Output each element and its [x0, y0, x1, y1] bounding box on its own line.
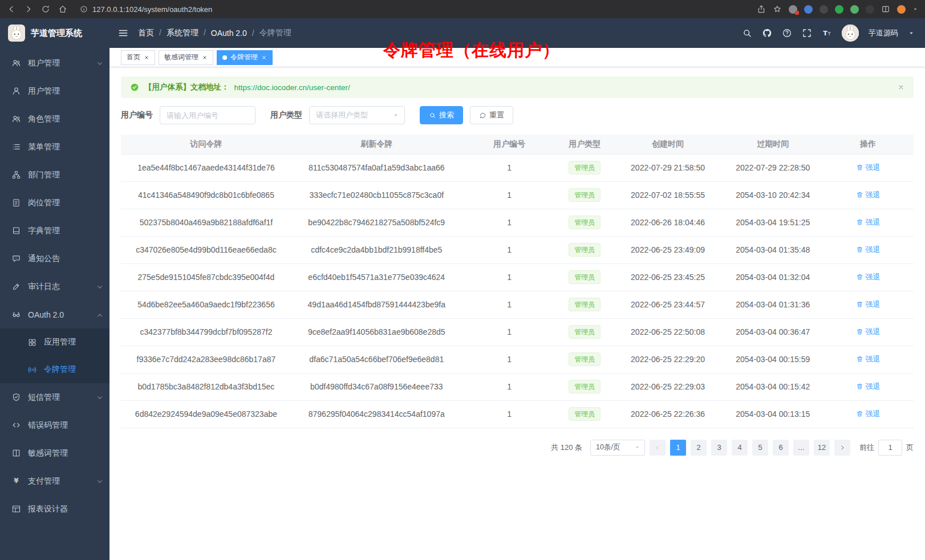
user-type-select[interactable]: 请选择用户类型	[309, 106, 405, 124]
page-button[interactable]: 12	[814, 440, 830, 456]
tree-icon	[11, 170, 21, 180]
page-button[interactable]: 3	[711, 440, 727, 456]
search-button[interactable]: 搜索	[420, 106, 463, 124]
sidebar-item[interactable]: 敏感词管理	[0, 439, 109, 467]
sidebar-toggle-icon[interactable]	[117, 27, 129, 39]
extension-icon[interactable]	[789, 5, 797, 14]
tab-label: 敏感词管理	[164, 52, 198, 62]
split-view-icon[interactable]	[881, 5, 890, 14]
user-type-tag: 管理员	[569, 161, 601, 175]
force-logout-button[interactable]: 强退	[856, 354, 881, 364]
breadcrumb-item[interactable]: OAuth 2.0	[211, 29, 259, 38]
page-button[interactable]: 5	[752, 440, 768, 456]
user-id-label: 用户编号	[121, 110, 153, 120]
chevron-down-icon[interactable]	[912, 6, 918, 12]
browser-home-icon[interactable]	[58, 5, 67, 14]
sidebar-item[interactable]: 报表设计器	[0, 495, 109, 523]
browser-forward-icon[interactable]	[24, 5, 33, 14]
force-logout-button[interactable]: 强退	[856, 163, 881, 173]
close-icon[interactable]	[144, 55, 149, 60]
share-icon[interactable]	[757, 5, 766, 14]
user-name[interactable]: 芋道源码	[869, 28, 898, 38]
view-tab[interactable]: 令牌管理	[217, 50, 273, 65]
force-logout-button[interactable]: 强退	[856, 327, 881, 337]
app-logo[interactable]: 芋道管理系统	[0, 18, 109, 48]
close-icon[interactable]	[202, 55, 208, 60]
page-size-select[interactable]: 10条/页	[590, 440, 645, 456]
profile-avatar[interactable]	[897, 5, 906, 14]
page-button[interactable]: 2	[691, 440, 707, 456]
search-icon[interactable]	[742, 28, 752, 38]
bookmark-star-icon[interactable]	[773, 5, 782, 14]
sidebar-item-label: 用户管理	[28, 86, 60, 96]
sidebar-item[interactable]: 令牌管理	[0, 356, 109, 383]
sidebar-item[interactable]: 短信管理	[0, 383, 109, 411]
breadcrumb-item[interactable]: 令牌管理	[259, 28, 291, 38]
sidebar-item[interactable]: 租户管理	[0, 49, 109, 77]
force-logout-button[interactable]: 强退	[856, 382, 881, 392]
user-type-cell: 管理员	[557, 373, 612, 400]
sidebar-item[interactable]: 字典管理	[0, 217, 109, 245]
sidebar-item[interactable]: 菜单管理	[0, 133, 109, 161]
chevron-down-icon[interactable]	[908, 30, 915, 36]
close-icon[interactable]	[898, 84, 904, 91]
access-token-cell: 275e5de9151045fe87cbdc395e004f4d	[121, 263, 291, 291]
reset-button[interactable]: 重置	[470, 106, 513, 124]
sidebar-item-label: 支付管理	[28, 476, 60, 486]
next-page-button[interactable]	[834, 440, 850, 456]
force-logout-button[interactable]: 强退	[856, 190, 881, 200]
user-id-cell: 1	[462, 400, 557, 428]
sidebar-item[interactable]: 错误码管理	[0, 411, 109, 439]
access-token-cell: b0d1785bc3a8482f812db4a3f3bd15ec	[121, 373, 291, 400]
font-size-icon[interactable]	[822, 28, 832, 38]
extension-icon[interactable]	[866, 5, 874, 14]
sidebar-item[interactable]: 岗位管理	[0, 189, 109, 217]
user-id-input[interactable]	[160, 106, 255, 124]
address-bar[interactable]: 127.0.0.1:1024/system/oauth2/token	[80, 5, 749, 14]
github-icon[interactable]	[762, 28, 772, 38]
browser-reload-icon[interactable]	[41, 5, 50, 14]
prev-page-button[interactable]	[650, 440, 666, 456]
url-text: 127.0.0.1:1024/system/oauth2/token	[92, 5, 212, 14]
close-icon[interactable]	[261, 55, 267, 60]
view-tab[interactable]: 敏感词管理	[159, 50, 213, 65]
force-logout-button[interactable]: 强退	[856, 217, 881, 228]
action-cell: 强退	[822, 400, 914, 428]
page-button[interactable]: 4	[732, 440, 748, 456]
doc-link[interactable]: https://doc.iocoder.cn/user-center/	[234, 83, 350, 92]
force-logout-button[interactable]: 强退	[856, 272, 881, 282]
page-button[interactable]: ...	[793, 440, 809, 456]
sidebar-item[interactable]: 部门管理	[0, 161, 109, 189]
force-logout-button[interactable]: 强退	[856, 299, 881, 310]
sidebar-item[interactable]: 用户管理	[0, 77, 109, 105]
sidebar-item[interactable]: 通知公告	[0, 245, 109, 273]
fullscreen-icon[interactable]	[802, 28, 812, 38]
refresh-token-cell: 9ce8ef2aa9f14056b831ae9b608e28d5	[291, 318, 462, 346]
help-icon[interactable]	[782, 28, 792, 38]
sidebar-item[interactable]: 审计日志	[0, 273, 109, 301]
page-button[interactable]: 1	[670, 440, 686, 456]
force-logout-button[interactable]: 强退	[856, 245, 881, 255]
page-info-icon[interactable]	[80, 5, 88, 13]
trash-icon	[856, 301, 863, 308]
access-token-cell: 502375b8040a469a9b82188afdf6af1f	[121, 209, 291, 236]
sidebar-item[interactable]: 角色管理	[0, 105, 109, 133]
extension-icon[interactable]	[819, 5, 828, 14]
breadcrumb-item[interactable]: 首页	[138, 28, 167, 38]
sidebar-item[interactable]: OAuth 2.0	[0, 301, 109, 328]
chevron-right-icon	[839, 444, 846, 451]
breadcrumb-item[interactable]: 系统管理	[167, 28, 211, 38]
page-button[interactable]: 6	[773, 440, 789, 456]
app-title: 芋道管理系统	[31, 28, 82, 39]
sidebar-item-label: 短信管理	[28, 392, 60, 403]
extension-puzzle-icon[interactable]	[850, 5, 859, 14]
user-avatar[interactable]	[842, 25, 859, 42]
sidebar-item[interactable]: 支付管理	[0, 467, 109, 495]
view-tab[interactable]: 首页	[121, 50, 155, 65]
goto-page-input[interactable]	[878, 440, 902, 456]
extension-icon[interactable]	[835, 5, 843, 14]
extension-icon[interactable]	[804, 5, 813, 14]
force-logout-button[interactable]: 强退	[856, 409, 881, 419]
sidebar-item[interactable]: 应用管理	[0, 328, 109, 356]
browser-back-icon[interactable]	[7, 5, 16, 14]
